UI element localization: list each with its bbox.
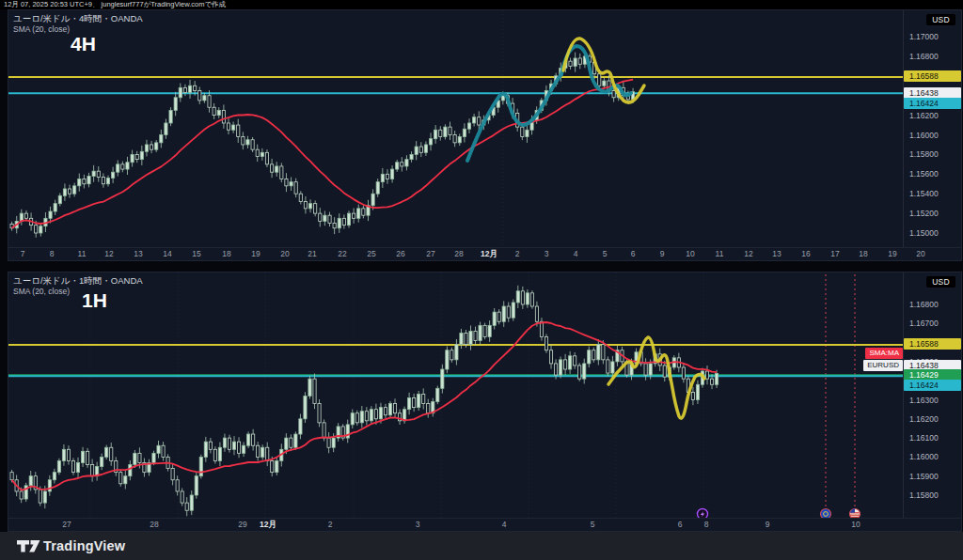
time-tick: 8 <box>704 520 709 529</box>
time-tick: 10 <box>686 249 694 258</box>
price-label-yellow: 1.16588 <box>904 70 961 82</box>
time-tick: 4 <box>574 249 578 258</box>
price-scale-1h[interactable]: USD 1.168001.167001.165001.163001.162001… <box>903 272 961 519</box>
time-tick: 19 <box>251 249 260 258</box>
time-tick: 3 <box>545 249 549 258</box>
time-tick: 5 <box>591 520 595 529</box>
time-tick: 22 <box>338 249 346 258</box>
time-tick: 25 <box>367 249 375 258</box>
price-tick: 1.16800 <box>909 300 939 309</box>
time-tick: 19 <box>888 249 896 258</box>
price-tick: 1.16200 <box>909 111 939 120</box>
time-tick: 5 <box>603 249 608 258</box>
time-tick: 20 <box>280 249 289 258</box>
footer-bar: TradingView <box>0 532 963 560</box>
time-tick: 17 <box>830 249 839 258</box>
zigzag-brush[interactable] <box>467 46 631 161</box>
price-tick: 1.15200 <box>909 209 939 218</box>
price-tick: 1.16000 <box>909 452 939 461</box>
indicator-label-4h: SMA (20, close) <box>13 24 70 34</box>
time-tick: 29 <box>238 520 246 529</box>
time-tick: 6 <box>631 249 636 258</box>
time-tick: 2 <box>328 520 333 529</box>
squiggle-brush[interactable] <box>608 337 704 418</box>
time-tick: 18 <box>222 249 230 258</box>
time-tick: 16 <box>801 249 810 258</box>
price-tick: 1.16800 <box>909 52 939 61</box>
time-tick: 3 <box>416 520 420 529</box>
time-tick: 2 <box>515 249 520 258</box>
time-tick: 11 <box>716 249 724 258</box>
sma-axis-tag: SMA:MA <box>865 348 903 359</box>
time-tick: 6 <box>678 520 683 529</box>
timeframe-watermark-1h: 1H <box>82 289 107 312</box>
time-tick: 15 <box>192 249 200 258</box>
time-tick: 13 <box>134 249 142 258</box>
time-tick: 27 <box>62 520 71 529</box>
indicator-label-1h: SMA (20, close) <box>13 287 70 296</box>
time-axis-1h[interactable]: 27282912月234568910 <box>8 518 961 531</box>
time-tick: 12月 <box>260 520 276 531</box>
time-tick: 12 <box>104 249 113 258</box>
time-tick: 8 <box>50 249 55 258</box>
time-tick: 28 <box>454 249 463 258</box>
price-tick: 1.16200 <box>909 414 939 424</box>
tradingview-wordmark: TradingView <box>43 538 125 553</box>
chart-panel-4h: ユーロ/米ドル・4時間・OANDA SMA (20, close) 4H USD… <box>8 9 962 261</box>
time-tick: 26 <box>396 249 404 258</box>
price-tick: 1.16700 <box>909 319 939 328</box>
candlestick-chart-1h[interactable] <box>8 272 905 520</box>
time-tick: 4 <box>502 520 507 529</box>
time-tick: 9 <box>660 249 665 258</box>
time-tick: 28 <box>150 520 158 529</box>
time-tick: 10 <box>851 520 860 529</box>
time-tick: 12 <box>744 249 752 258</box>
time-tick: 7 <box>21 249 25 258</box>
candlestick-chart-4h[interactable] <box>8 10 905 250</box>
price-tick: 1.15800 <box>909 149 939 159</box>
chart-panel-1h: ユーロ/米ドル・1時間・OANDA SMA (20, close) 1H SMA… <box>8 272 962 532</box>
price-tick: 1.15000 <box>909 228 939 238</box>
time-tick: 11 <box>78 249 87 258</box>
price-tick: 1.16000 <box>909 131 939 140</box>
time-tick: 14 <box>163 249 171 258</box>
time-tick: 13 <box>772 249 781 258</box>
currency-button-4h[interactable]: USD <box>926 14 955 25</box>
price-tick: 1.17000 <box>909 32 939 41</box>
attribution-bar: 12月 07, 2025 20:53 UTC+9、 junglesurf777が… <box>0 0 963 9</box>
tradingview-logo-icon <box>16 537 41 554</box>
symbol-axis-tag: EURUSD <box>863 360 903 371</box>
time-tick: 18 <box>859 249 867 258</box>
price-label-cyan: 1.16424 <box>904 98 961 109</box>
price-tick: 1.15800 <box>909 490 939 500</box>
price-tick: 1.15600 <box>909 169 939 179</box>
tradingview-snapshot: 12月 07, 2025 20:53 UTC+9、 junglesurf777が… <box>0 0 963 560</box>
price-tick: 1.15900 <box>909 472 939 481</box>
price-label-cyan: 1.16424 <box>904 380 961 391</box>
price-label-yellow: 1.16588 <box>904 338 961 350</box>
price-scale-4h[interactable]: USD 1.170001.168001.162001.160001.158001… <box>903 10 961 248</box>
price-tick: 1.15400 <box>909 189 939 198</box>
time-axis-4h[interactable]: 78111213141518192021222526272812月2345691… <box>8 247 961 260</box>
time-tick: 21 <box>308 249 316 258</box>
timeframe-watermark-4h: 4H <box>71 33 96 55</box>
price-tick: 1.16100 <box>909 433 939 443</box>
time-tick: 9 <box>766 520 770 529</box>
time-tick: 20 <box>916 249 924 258</box>
price-tick: 1.16300 <box>909 396 939 405</box>
time-tick: 12月 <box>481 249 497 260</box>
currency-button-1h[interactable]: USD <box>926 276 955 288</box>
time-tick: 27 <box>426 249 434 258</box>
